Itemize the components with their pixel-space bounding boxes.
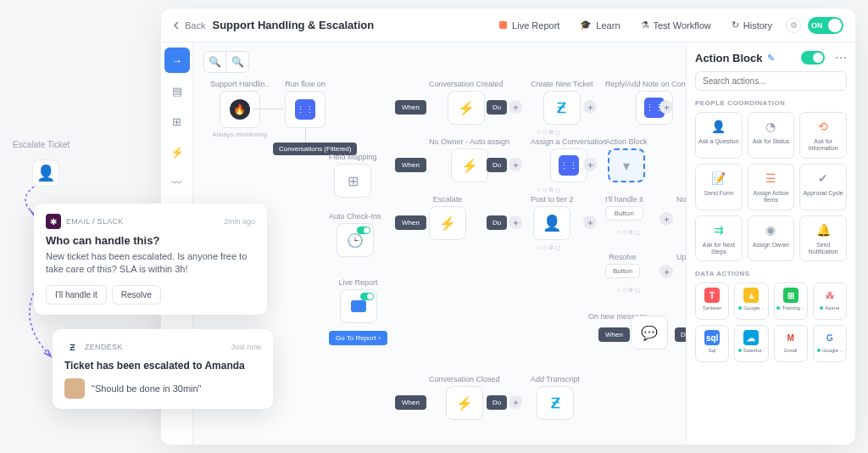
learn-button[interactable]: 🎓Learn (573, 15, 626, 35)
graduation-icon: 🎓 (580, 20, 592, 31)
zoom-out-button[interactable]: 🔍 (226, 52, 248, 72)
back-label: Back (185, 20, 205, 31)
rail-bolt[interactable]: ⚡ (164, 139, 190, 165)
send-notif-card[interactable]: 🔔Send Notification (799, 215, 847, 262)
gmail-card[interactable]: MGmail (774, 325, 808, 362)
action-block-placeholder[interactable]: ▾ (608, 148, 645, 182)
do-chip-2[interactable]: Do (487, 158, 507, 172)
google-icon: G (822, 330, 837, 345)
when-chip-3[interactable]: When (395, 215, 426, 230)
add-action-6[interactable]: ＋ (509, 215, 522, 229)
add-action-4[interactable]: ＋ (509, 158, 522, 171)
add-transcript-node[interactable]: Ƶ (537, 386, 574, 420)
notif2-source: ZENDESK (85, 343, 123, 351)
add-action-9[interactable]: ＋ (659, 265, 673, 278)
google2-card[interactable]: GGoogle .. (813, 325, 847, 362)
notif-resolve-button[interactable]: Resolve (112, 285, 161, 305)
ask-status-card[interactable]: ◔Ask for Status (748, 112, 795, 159)
auto-checkins-node[interactable]: 🕒 (337, 223, 374, 257)
report-toggle[interactable] (360, 293, 374, 300)
rail-flow[interactable]: → (164, 48, 190, 73)
send-form-card[interactable]: 📝Send Form (695, 164, 743, 210)
assign-conv-node[interactable]: ⋮⋮ (550, 148, 587, 182)
ask-info-card[interactable]: ⟲Ask for Information (799, 112, 847, 159)
report-icon (351, 300, 366, 312)
history-button[interactable]: ↻History (725, 15, 779, 35)
settings-icon[interactable]: ⚙ (786, 18, 801, 33)
go-to-report-button[interactable]: Go To Report › (329, 331, 387, 345)
people-actions-grid: 👤Ask a Question ◔Ask for Status ⟲Ask for… (695, 112, 847, 261)
notif1-title: Who can handle this? (46, 234, 255, 247)
test-workflow-button[interactable]: ⚗Test Workflow (634, 15, 718, 35)
live-report-button[interactable]: Live Report (491, 16, 566, 35)
rail-activity[interactable]: 〰 (164, 170, 190, 195)
zendesk-notification-card: Ƶ ZENDESK Just now Ticket has been escal… (53, 329, 273, 409)
trigger-node[interactable]: 🔥 (220, 91, 260, 128)
no-owner-label: No Owner - Auto assign (429, 137, 509, 146)
checkin-toggle[interactable] (357, 226, 370, 234)
add-action-7[interactable]: ＋ (583, 215, 597, 229)
topbar: Back Support Handling & Escalation Live … (161, 8, 855, 42)
training-card[interactable]: ⊞Training .. (774, 282, 808, 320)
workflow-on-toggle[interactable]: ON (808, 17, 843, 34)
new-msg-node[interactable]: 💬 (631, 316, 668, 350)
reply-note-label: Reply/Add Note on Convers.. (605, 80, 686, 88)
salesforce-card[interactable]: ☁Salesfor.. (734, 325, 768, 362)
form-icon: 📝 (710, 170, 727, 187)
add-action-1[interactable]: ＋ (509, 100, 522, 114)
resolve-button-node[interactable]: Button (605, 264, 640, 278)
bolt-icon: ⚡ (461, 158, 478, 174)
approval-card[interactable]: ✔Approval Cycle (799, 164, 847, 210)
assign-owner-card[interactable]: ◉Assign Owner (748, 215, 795, 262)
live-report-node[interactable] (340, 289, 377, 323)
data-actions-grid: TTonkean ▲Google .. ⊞Training .. ⁂Asana … (695, 282, 847, 362)
when-chip-5[interactable]: When (598, 327, 630, 342)
zendesk-icon: Ƶ (551, 395, 560, 411)
field-mapping-node[interactable]: ⊞ (334, 164, 371, 198)
more-icon[interactable]: ⋯ (835, 51, 847, 64)
salesforce-icon: ☁ (743, 330, 759, 345)
gauge-icon: ◔ (762, 118, 779, 135)
when-chip-4[interactable]: When (395, 395, 426, 410)
do-chip-4[interactable]: Do (487, 395, 507, 410)
flask-icon: ⚗ (641, 20, 649, 31)
gdrive-card[interactable]: ▲Google .. (734, 282, 768, 320)
panel-toggle[interactable] (801, 51, 825, 64)
assign-items-card[interactable]: ☰Assign Action Items (748, 164, 795, 210)
rail-grid[interactable]: ⊞ (164, 109, 190, 134)
add-action-10[interactable]: ＋ (509, 395, 522, 409)
ill-handle-label: I'll handle it (605, 195, 643, 204)
search-actions-input[interactable] (695, 71, 847, 91)
ill-handle-button-node[interactable]: Button (605, 206, 643, 221)
asana-card[interactable]: ⁂Asana (813, 282, 847, 320)
when-chip-2[interactable]: When (395, 158, 426, 172)
post-tier2-node[interactable]: 👤 (533, 206, 570, 240)
runflow-node[interactable]: ⋮⋮ (285, 91, 326, 128)
ask-question-card[interactable]: 👤Ask a Question (695, 112, 743, 159)
add-action-2[interactable]: ＋ (583, 100, 597, 114)
no-owner-node[interactable]: ⚡ (451, 148, 488, 182)
do-chip-3[interactable]: Do (487, 215, 507, 230)
next-steps-card[interactable]: ⇉Ask for Next Steps (695, 215, 743, 262)
bolt-icon: ⚡ (458, 100, 475, 116)
edit-icon[interactable]: ✎ (767, 53, 775, 64)
escalate-node[interactable]: ⚡ (429, 206, 466, 240)
post-tier2-label: Post to tier 2 (531, 195, 574, 204)
do-chip-1[interactable]: Do (487, 100, 507, 115)
sql-icon: sql (704, 330, 720, 345)
back-button[interactable]: Back (173, 20, 205, 31)
create-ticket-node[interactable]: Ƶ (543, 91, 581, 125)
sql-card[interactable]: sqlSql (695, 325, 729, 362)
add-action-5[interactable]: ＋ (583, 158, 597, 171)
do-chip-5[interactable]: Do (675, 327, 686, 342)
zoom-in-button[interactable]: 🔍 (204, 52, 226, 72)
rail-data[interactable]: ▤ (164, 78, 190, 103)
conv-closed-node[interactable]: ⚡ (446, 386, 483, 420)
add-action-3[interactable]: ＋ (659, 100, 673, 114)
when-chip-1[interactable]: When (395, 100, 426, 115)
add-action-8[interactable]: ＋ (659, 212, 673, 226)
conv-created-node[interactable]: ⚡ (448, 91, 485, 125)
notif-handle-button[interactable]: I'll handle it (46, 285, 107, 305)
owner-icon: ◉ (762, 221, 779, 238)
tonkean-card[interactable]: TTonkean (695, 282, 729, 320)
